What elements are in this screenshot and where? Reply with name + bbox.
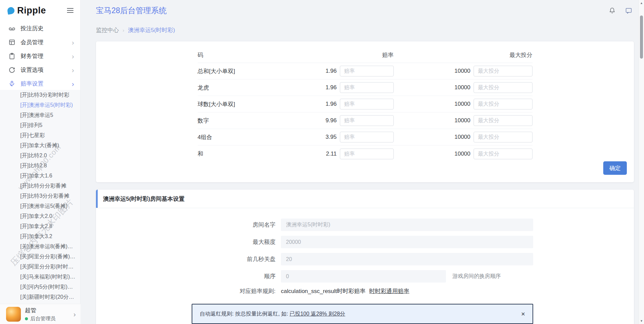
max-bet-input[interactable] xyxy=(474,99,533,109)
subitem-label: [关]河内5分(时时彩)「已... xyxy=(20,284,80,290)
order-input[interactable] xyxy=(281,270,446,283)
sidebar-subitem-lottery[interactable]: [开]比特2.8 xyxy=(0,161,80,171)
odds-input[interactable] xyxy=(340,99,394,109)
vertical-scrollbar[interactable]: ▲ ▼ xyxy=(639,0,644,324)
max-bet-input[interactable] xyxy=(474,66,533,76)
scrollbar-thumb[interactable] xyxy=(640,15,643,59)
bet-type-label: 4组合 xyxy=(198,133,316,141)
sidebar-subitem-lottery[interactable]: [开]比特分分彩番摊 xyxy=(0,181,80,191)
room-settings-form: 房间名字 最大额度 前几秒关盘 顺序 游戏房间的换房顺序 对应赔率规则: cal… xyxy=(96,208,634,324)
accent-bar xyxy=(96,190,98,208)
chevron-right-icon: › xyxy=(72,39,74,46)
odds-table: 码 赔率 最大投分 总和[大小单双] 1.96 10000 龙虎 xyxy=(198,41,533,162)
sidebar-subitem-lottery[interactable]: [开]加拿大3.2 xyxy=(0,231,80,241)
sidebar-subitem-lottery[interactable]: [关]马来福彩(时时彩)「... xyxy=(0,272,80,282)
max-bet-input[interactable] xyxy=(474,149,533,159)
max-bet-input[interactable] xyxy=(474,132,533,142)
max-bet-input[interactable] xyxy=(474,82,533,93)
sidebar-item-settings[interactable]: 设置选项 › xyxy=(0,63,80,77)
sidebar-subitem-lottery[interactable]: [开]加拿大(番摊) xyxy=(0,140,80,151)
subitem-label: [关]阿里分分彩(时时彩)... xyxy=(20,264,80,269)
sidebar-item-bet-history[interactable]: 投注历史 xyxy=(0,22,80,35)
current-odds-value: 1.96 xyxy=(316,101,337,107)
odds-settings-submenu: [开]比特3分彩时时彩 [开]澳洲幸运5(时时彩) [开]澳洲幸运5 [开]排列… xyxy=(0,90,80,304)
user-panel[interactable]: 超管 后台管理员 › xyxy=(0,304,80,324)
scroll-up-arrow-icon[interactable]: ▲ xyxy=(639,1,644,5)
odds-rule-link[interactable]: 时时彩通用赔率 xyxy=(369,287,409,295)
subitem-label: [关]澳洲幸运8(番摊)「已... xyxy=(20,244,80,249)
scroll-down-arrow-icon[interactable]: ▼ xyxy=(639,319,644,323)
subitem-label: [开]七星彩 xyxy=(20,132,45,138)
subitem-label: [开]排列5 xyxy=(20,122,42,128)
close-seconds-input[interactable] xyxy=(281,253,533,265)
sidebar: Ripple 投注历史 会员管理 › xyxy=(0,0,80,324)
sidebar-item-odds-settings[interactable]: 赔率设置 › xyxy=(0,77,80,91)
current-max-bet-value: 10000 xyxy=(394,101,471,107)
current-max-bet-value: 10000 xyxy=(394,117,471,124)
notification-bell-icon[interactable] xyxy=(608,7,616,14)
sidebar-subitem-lottery[interactable]: [开]比特3分分彩番摊 xyxy=(0,191,80,201)
sidebar-subitem-lottery[interactable]: [开]比特3分彩时时彩 xyxy=(0,90,80,100)
current-odds-value: 1.96 xyxy=(316,68,337,74)
order-label: 顺序 xyxy=(96,272,281,280)
subitem-label: [开]比特分分彩番摊 xyxy=(20,183,66,189)
current-odds-value: 9.96 xyxy=(316,117,337,124)
sidebar-subitem-lottery[interactable]: [开]比特2.0 xyxy=(0,151,80,161)
alert-text: 自动返红规则: 按总投量比例返红, 如: xyxy=(200,311,290,317)
subitem-label: [开]加拿大2.0 xyxy=(20,213,52,219)
room-settings-header: 澳洲幸运5(时时彩)房间基本设置 xyxy=(96,190,634,208)
sidebar-collapse-icon[interactable] xyxy=(67,7,73,14)
breadcrumb-current: 澳洲幸运5(时时彩) xyxy=(128,26,175,34)
sidebar-subitem-lottery[interactable]: [开]加拿大2.0 xyxy=(0,211,80,221)
odds-input[interactable] xyxy=(340,132,394,142)
odds-input[interactable] xyxy=(340,82,394,93)
sidebar-subitem-lottery[interactable]: [关]澳洲幸运8(番摊)「已... xyxy=(0,241,80,252)
odds-table-row: 总和[大小单双] 1.96 10000 xyxy=(198,63,533,79)
sidebar-subitem-lottery[interactable]: [关]阿里分分彩(番摊)「... xyxy=(0,252,80,262)
close-icon[interactable]: × xyxy=(521,311,525,317)
odds-input[interactable] xyxy=(340,66,394,76)
sidebar-subitem-lottery[interactable]: [关]阿里分分彩(时时彩)... xyxy=(0,262,80,272)
subitem-label: [关]新疆时时彩(20分钟)... xyxy=(20,294,80,300)
bet-type-label: 球数[大小单双] xyxy=(198,100,316,108)
online-status-dot xyxy=(25,317,28,320)
max-amount-input[interactable] xyxy=(281,236,533,248)
sidebar-item-label: 投注历史 xyxy=(21,25,43,32)
subitem-label: [开]比特3分彩时时彩 xyxy=(20,92,69,98)
max-amount-label: 最大额度 xyxy=(96,238,281,246)
alert-rule-link[interactable]: 已投100 返28% 则28分 xyxy=(290,311,345,317)
bet-type-label: 和 xyxy=(198,150,316,158)
chevron-right-icon: › xyxy=(72,80,74,87)
sidebar-item-members[interactable]: 会员管理 › xyxy=(0,35,80,49)
chevron-right-icon: › xyxy=(72,53,74,60)
sidebar-menu: 投注历史 会员管理 › 财务管理 › xyxy=(0,21,80,91)
page-title: 宝马28后台管理系统 xyxy=(96,5,167,16)
sidebar-subitem-lottery[interactable]: [开]加拿大1.6 xyxy=(0,171,80,181)
sidebar-subitem-lottery[interactable]: [关]新疆时时彩(20分钟)... xyxy=(0,292,80,302)
sidebar-subitem-lottery[interactable]: [开]澳洲幸运5(时时彩) xyxy=(0,100,80,110)
messages-icon[interactable] xyxy=(625,7,633,14)
subitem-label: [开]加拿大1.6 xyxy=(20,173,52,179)
sidebar-subitem-lottery[interactable]: [开]排列5 xyxy=(0,120,80,130)
sidebar-subitem-lottery[interactable]: [开]七星彩 xyxy=(0,130,80,140)
odds-input[interactable] xyxy=(340,149,394,159)
sidebar-subitem-lottery[interactable]: [关]河内5分(时时彩)「已... xyxy=(0,282,80,292)
sidebar-item-finance[interactable]: 财务管理 › xyxy=(0,49,80,63)
confirm-button[interactable]: 确定 xyxy=(603,161,627,175)
current-odds-value: 3.95 xyxy=(316,134,337,140)
avatar xyxy=(6,307,21,322)
sidebar-subitem-lottery[interactable]: [开]澳洲幸运5 xyxy=(0,110,80,120)
sidebar-subitem-lottery[interactable]: [开]加拿大2.8 xyxy=(0,221,80,231)
breadcrumb-root[interactable]: 监控中心 xyxy=(96,26,119,34)
odds-input[interactable] xyxy=(340,115,394,126)
column-max-bet: 最大投分 xyxy=(394,51,533,59)
sidebar-item-label: 赔率设置 xyxy=(21,80,43,88)
breadcrumb: 监控中心 › 澳洲幸运5(时时彩) xyxy=(96,26,634,34)
odds-table-row: 和 2.11 10000 xyxy=(198,145,533,162)
brand-header: Ripple xyxy=(0,0,80,21)
room-name-input[interactable] xyxy=(281,219,533,231)
max-bet-input[interactable] xyxy=(474,115,533,126)
auto-rebate-alert: 自动返红规则: 按总投量比例返红, 如: 已投100 返28% 则28分 × xyxy=(192,304,533,324)
odds-flower-icon xyxy=(8,80,15,87)
sidebar-subitem-lottery[interactable]: [开]澳洲幸运5(番摊) xyxy=(0,201,80,211)
